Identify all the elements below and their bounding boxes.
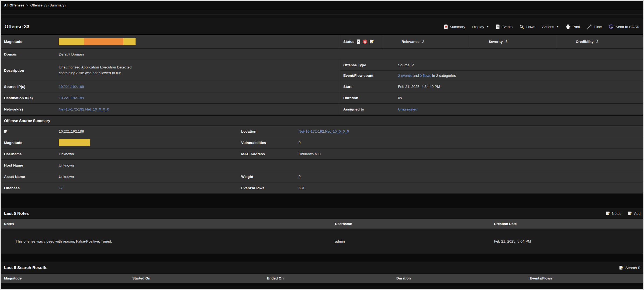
summary-button[interactable]: Summary: [444, 25, 465, 29]
oss-ip-row: IP 10.221.192.189 Location Net-10-172-19…: [1, 126, 643, 137]
events-icon: [496, 25, 500, 29]
source-ip-row: Source IP(s) 10.221.192.189 Start Feb 21…: [1, 81, 643, 92]
offense-type-value: Source IP: [398, 63, 643, 67]
magnitude-status-row: Magnitude Status Relevance 2 Severity 5: [1, 35, 643, 49]
oss-magnitude-bar: [59, 139, 90, 146]
creation-date-column: Creation Date: [494, 222, 643, 226]
destination-ip-label: Destination IP(s): [1, 96, 59, 100]
oss-magnitude-row: Magnitude Vulnerabilities 0: [1, 137, 643, 149]
credibility-stat: Credibility 2: [556, 35, 643, 48]
events-button[interactable]: Events: [496, 25, 513, 29]
events-flows-label: Events/Flows: [238, 186, 299, 190]
network-link[interactable]: Net-10-172-192.Net_10_0_0_0: [59, 107, 109, 111]
offense-type-label: Offense Type: [340, 63, 398, 67]
search-results-column-headers: Magnitude Started On Ended On Duration E…: [1, 274, 643, 283]
last-5-search-results-header: Last 5 Search Results Search R: [1, 262, 643, 274]
duration-column: Duration: [396, 276, 530, 280]
status-closed-icon[interactable]: [363, 39, 367, 44]
offenses-label: Offenses: [1, 186, 59, 190]
send-to-soar-button[interactable]: Send to SOAR: [609, 24, 639, 29]
vulnerabilities-label: Vulnerabilities: [238, 141, 299, 145]
note-table-row[interactable]: This offense was closed with reason: Fal…: [1, 229, 643, 254]
note-icon: [606, 211, 610, 216]
print-button-label: Print: [572, 25, 580, 29]
flows-button[interactable]: Flows: [520, 25, 535, 29]
search-results-button[interactable]: Search R: [619, 265, 640, 270]
actions-menu-button[interactable]: Actions ▼: [542, 25, 559, 29]
severity-stat: Severity 5: [469, 35, 556, 48]
start-label: Start: [340, 85, 398, 89]
add-note-button[interactable]: Add: [628, 211, 640, 216]
breadcrumb-separator: >: [26, 3, 29, 7]
status-protected-icon[interactable]: [356, 39, 361, 44]
oss-hostname-row: Host Name Unknown: [1, 160, 643, 171]
oss-username-row: Username Unknown MAC Address Unknown NIC: [1, 149, 643, 160]
display-menu-button[interactable]: Display ▼: [472, 25, 489, 29]
credibility-value: 2: [596, 40, 598, 44]
status-notes-icon[interactable]: [369, 39, 374, 44]
description-line2: containing A file was not allowed to run: [59, 70, 340, 76]
location-link[interactable]: Net-10-172-192.Net_10_0_0_0: [299, 129, 349, 133]
summary-icon: [444, 25, 448, 29]
offense-source-summary-title: Offense Source Summary: [1, 115, 643, 126]
events-button-label: Events: [501, 25, 513, 29]
flows-count-link[interactable]: 0 flows: [420, 74, 431, 78]
send-to-soar-label: Send to SOAR: [615, 25, 639, 29]
notes-button-label: Notes: [612, 212, 621, 216]
domain-row: Domain Default Domain: [1, 49, 643, 60]
status-label: Status: [343, 40, 354, 44]
last-5-search-results-title: Last 5 Search Results: [4, 265, 47, 270]
assigned-to-link[interactable]: Unassigned: [398, 107, 417, 111]
breadcrumb: All Offenses > Offense 33 (Summary): [1, 1, 643, 10]
location-label: Location: [238, 129, 299, 133]
description-line1: Unauthorized Application Execution Detec…: [59, 65, 340, 70]
events-flows-column: Events/Flows: [530, 276, 643, 280]
offenses-count-link[interactable]: 17: [59, 186, 63, 190]
breadcrumb-current: Offense 33 (Summary): [30, 3, 65, 7]
event-flow-and-text: and: [413, 74, 419, 78]
toolbar: Summary Display ▼ Events Flows Actions ▼…: [444, 24, 639, 29]
offense-header: Offense 33 Summary Display ▼ Events Flow…: [1, 19, 643, 35]
section-spacer: [1, 194, 643, 208]
notes-column-headers: Notes Username Creation Date: [1, 219, 643, 229]
oss-magnitude-label: Magnitude: [1, 141, 59, 145]
note-username: admin: [335, 239, 494, 243]
display-menu-label: Display: [472, 25, 484, 29]
destination-ip-link[interactable]: 10.221.192.189: [59, 96, 84, 100]
notes-button[interactable]: Notes: [606, 211, 621, 216]
chevron-down-icon: ▼: [487, 25, 489, 28]
username-column: Username: [335, 222, 494, 226]
description-label: Description: [1, 68, 59, 72]
duration-value: 0s: [398, 96, 643, 100]
bottom-edge: [1, 283, 643, 286]
host-name-label: Host Name: [1, 163, 59, 167]
tune-button[interactable]: Tune: [587, 24, 602, 29]
event-flow-count-label: Event/Flow count: [340, 74, 398, 78]
relevance-stat: Relevance 2: [382, 35, 469, 48]
search-results-button-label: Search R: [625, 266, 640, 270]
magnitude-bar: [59, 38, 136, 45]
last-5-notes-header: Last 5 Notes Notes Add: [1, 208, 643, 219]
print-button[interactable]: Print: [566, 25, 580, 29]
domain-value: Default Domain: [59, 52, 643, 56]
weight-label: Weight: [238, 175, 299, 179]
magnitude-label: Magnitude: [1, 40, 59, 44]
source-ip-link[interactable]: 10.221.192.189: [59, 85, 84, 89]
wrench-icon: [587, 24, 592, 29]
actions-menu-label: Actions: [542, 25, 554, 29]
event-flow-count-value: 2 events and 0 flows in 2 categories: [398, 74, 643, 78]
offense-summary-table: Magnitude Status Relevance 2 Severity 5: [1, 35, 643, 194]
chevron-down-icon: ▼: [556, 25, 559, 28]
send-to-soar-icon: [609, 24, 614, 29]
ended-on-column: Ended On: [267, 276, 396, 280]
network-row: Network(s) Net-10-172-192.Net_10_0_0_0 A…: [1, 104, 643, 115]
oss-ip-value: 10.221.192.189: [59, 129, 238, 133]
credibility-label: Credibility: [576, 40, 594, 44]
started-on-column: Started On: [132, 276, 267, 280]
oss-ip-label: IP: [1, 129, 59, 133]
events-count-link[interactable]: 2 events: [398, 74, 412, 78]
page-title: Offense 33: [5, 24, 29, 30]
add-note-button-label: Add: [634, 212, 640, 216]
mac-address-value: Unknown NIC: [299, 152, 643, 156]
breadcrumb-all-offenses-link[interactable]: All Offenses: [4, 3, 25, 7]
